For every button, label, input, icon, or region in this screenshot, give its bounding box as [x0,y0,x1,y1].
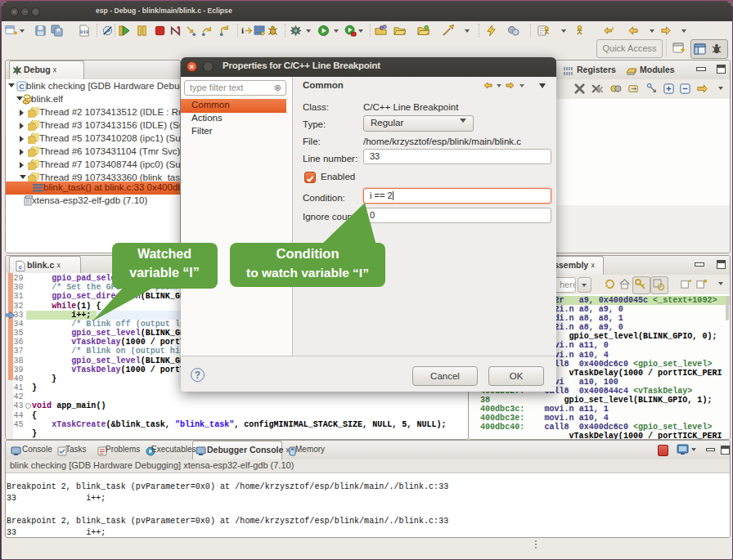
svg-text:i: i [241,25,244,35]
svg-text:c: c [19,263,23,271]
svg-text:010: 010 [80,29,89,35]
svg-text:C: C [19,83,25,91]
